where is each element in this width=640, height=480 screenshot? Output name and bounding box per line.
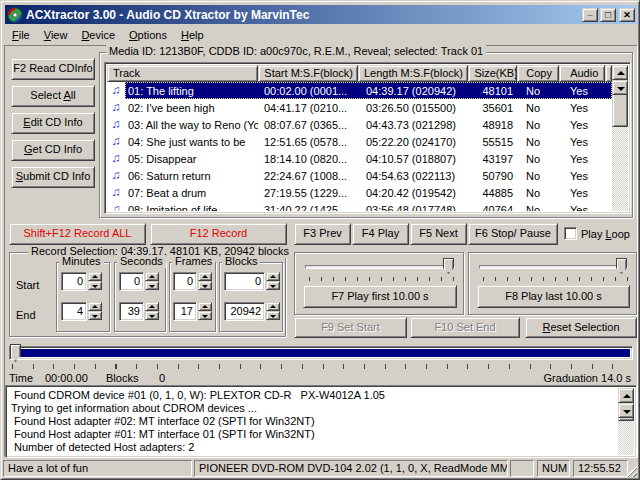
end-frames-stepper[interactable] xyxy=(198,302,212,321)
cell-length: 04:10.57 (018807) xyxy=(358,151,469,166)
column-header-filler xyxy=(605,65,612,82)
table-row[interactable]: ♫ 02: I've been high04:41.17 (0210...03:… xyxy=(107,99,612,116)
end-blocks-stepper[interactable] xyxy=(266,302,280,321)
start-frames-stepper[interactable] xyxy=(198,272,212,291)
spinner-up-icon[interactable] xyxy=(266,272,280,281)
spinner-down-icon[interactable] xyxy=(198,281,212,290)
close-button[interactable]: ✕ xyxy=(619,8,635,22)
submit-cd-info-button[interactable]: Submit CD Info xyxy=(11,166,95,188)
menu-item-help[interactable]: Help xyxy=(174,26,211,44)
select-all-button[interactable]: Select All xyxy=(11,85,95,107)
start-blocks-field[interactable]: 0 xyxy=(224,272,265,291)
label-part: G xyxy=(24,143,33,155)
spinner-up-icon[interactable] xyxy=(145,272,159,281)
get-cd-info-button[interactable]: Get CD Info xyxy=(11,139,95,161)
start-blocks-stepper[interactable] xyxy=(266,272,280,291)
scroll-up-icon[interactable] xyxy=(618,388,634,403)
menu-item-view[interactable]: View xyxy=(37,26,75,44)
minutes-label: Minutes xyxy=(59,255,104,268)
edit-cd-info-button[interactable]: Edit CD Info xyxy=(11,112,95,134)
position-slider[interactable] xyxy=(9,346,633,360)
cell-audio: Yes xyxy=(560,117,606,132)
read-cdinfo-button[interactable]: F2 Read CDInfo xyxy=(11,58,95,80)
spinner-up-icon[interactable] xyxy=(145,302,159,311)
label-part: dit CD Info xyxy=(31,116,83,128)
cell-copy: No xyxy=(518,100,560,115)
log-scrollbar[interactable] xyxy=(618,388,634,455)
end-minutes-field[interactable]: 4 xyxy=(61,302,87,321)
cell-copy: No xyxy=(518,117,560,132)
spinner-down-icon[interactable] xyxy=(266,311,280,320)
play-first-button[interactable]: F7 Play first 10.00 s xyxy=(303,285,457,308)
spinner-down-icon[interactable] xyxy=(145,311,159,320)
minimize-button[interactable]: _ xyxy=(582,8,598,22)
end-seconds-field[interactable]: 39 xyxy=(119,302,144,321)
set-start-button[interactable]: F9 Set Start xyxy=(294,317,407,338)
table-row[interactable]: ♫ 08: Imitation of life31:40.22 (1425...… xyxy=(107,201,612,211)
play-button[interactable]: F4 Play xyxy=(352,223,409,245)
table-row[interactable]: ♫ 03: All the way to Reno (Yo...08:07.67… xyxy=(107,116,612,133)
spinner-down-icon[interactable] xyxy=(145,281,159,290)
end-frames-field[interactable]: 17 xyxy=(173,302,197,321)
cell-audio: Yes xyxy=(560,100,606,115)
menu-item-options[interactable]: Options xyxy=(122,26,174,44)
spinner-down-icon[interactable] xyxy=(88,281,102,290)
column-header-copy[interactable]: Copy xyxy=(517,65,559,82)
spinner-down-icon[interactable] xyxy=(88,311,102,320)
table-row[interactable]: ♫ 06: Saturn return22:24.67 (1008...04:5… xyxy=(107,167,612,184)
scroll-down-icon[interactable] xyxy=(612,80,628,95)
status-message: Have a lot of fun xyxy=(3,460,192,477)
spinner-up-icon[interactable] xyxy=(88,272,102,281)
table-row[interactable]: ♫ 01: The lifting00:02.00 (0001...04:39.… xyxy=(107,82,612,99)
start-seconds-stepper[interactable] xyxy=(145,272,159,291)
cell-copy: No xyxy=(518,185,560,200)
record-all-button[interactable]: Shift+F12 Record ALL xyxy=(9,223,146,245)
spinner-up-icon[interactable] xyxy=(198,302,212,311)
maximize-button[interactable]: □ xyxy=(600,8,616,22)
play-loop-label[interactable]: Play Loop xyxy=(581,228,630,240)
column-header-audio[interactable]: Audio xyxy=(559,65,605,82)
track-list-scrollbar[interactable] xyxy=(612,65,628,211)
slider-thumb[interactable] xyxy=(616,258,627,274)
scroll-down-icon[interactable] xyxy=(618,403,634,418)
table-row[interactable]: ♫ 05: Disappear18:14.10 (0820...04:10.57… xyxy=(107,150,612,167)
next-button[interactable]: F5 Next xyxy=(410,223,467,245)
cell-size: 40764 xyxy=(469,202,518,211)
menu-item-file[interactable]: File xyxy=(5,26,37,44)
table-row[interactable]: ♫ 07: Beat a drum27:19.55 (1229...04:20.… xyxy=(107,184,612,201)
play-loop-checkbox[interactable] xyxy=(564,227,577,240)
reset-selection-button[interactable]: Reset Selection xyxy=(525,317,637,338)
play-last-button[interactable]: F8 Play last 10.00 s xyxy=(477,285,630,308)
menu-item-device[interactable]: Device xyxy=(74,26,122,44)
spinner-up-icon[interactable] xyxy=(198,272,212,281)
play-first-slider[interactable] xyxy=(305,265,455,269)
end-seconds-stepper[interactable] xyxy=(145,302,159,321)
stop-pause-button[interactable]: F6 Stop/ Pause xyxy=(468,223,558,245)
column-header-start[interactable]: Start M:S.F(block) xyxy=(258,65,358,82)
column-header-size[interactable]: Size(KB) xyxy=(468,65,517,82)
spinner-down-icon[interactable] xyxy=(198,311,212,320)
start-frames-field[interactable]: 0 xyxy=(173,272,197,291)
prev-button[interactable]: F3 Prev xyxy=(294,223,351,245)
spinner-down-icon[interactable] xyxy=(266,281,280,290)
label-part: evice xyxy=(89,29,115,41)
set-end-button[interactable]: F10 Set End xyxy=(410,317,520,338)
slider-thumb[interactable] xyxy=(443,258,454,274)
label-part: ubmit CD Info xyxy=(23,170,90,182)
column-header-length[interactable]: Length M:S.F(block) xyxy=(358,65,469,82)
end-minutes-stepper[interactable] xyxy=(88,302,102,321)
play-last-slider[interactable] xyxy=(479,265,628,269)
record-button[interactable]: F12 Record xyxy=(150,223,287,245)
app-window: ACXtractor 3.00 - Audio CD Xtractor by M… xyxy=(0,0,640,480)
scroll-up-icon[interactable] xyxy=(612,65,628,80)
spinner-up-icon[interactable] xyxy=(266,302,280,311)
cell-track: 01: The lifting xyxy=(126,83,258,98)
column-header-track[interactable]: Track xyxy=(107,65,258,82)
start-seconds-field[interactable]: 0 xyxy=(119,272,144,291)
spinner-up-icon[interactable] xyxy=(88,302,102,311)
table-row[interactable]: ♫ 04: She just wants to be12:51.65 (0578… xyxy=(107,133,612,150)
start-minutes-field[interactable]: 0 xyxy=(61,272,87,291)
start-minutes-stepper[interactable] xyxy=(88,272,102,291)
cell-size: 43197 xyxy=(469,151,518,166)
end-blocks-field[interactable]: 20942 xyxy=(224,302,265,321)
